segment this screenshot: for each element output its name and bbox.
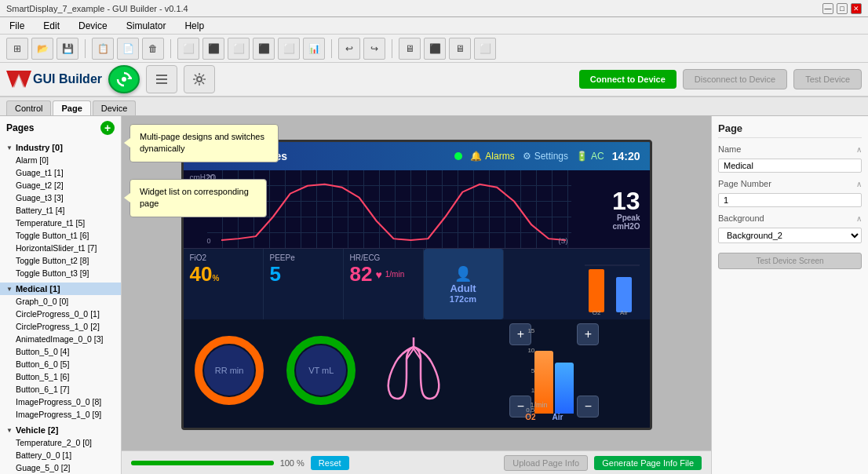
tree-child-battery1[interactable]: Battery_t1 [4]	[0, 204, 121, 217]
close-button[interactable]: ✕	[851, 3, 862, 14]
tree-child-hslider1[interactable]: HorizontalSlider_t1 [7]	[0, 242, 121, 254]
tree-child-circleprog2[interactable]: CircleProgress_1_0 [2]	[0, 320, 121, 333]
toolbar-align-right[interactable]: ⬜	[228, 38, 250, 60]
toolbar-chart[interactable]: 📊	[303, 38, 325, 60]
reset-button[interactable]: Reset	[311, 456, 349, 470]
tree-child-btn60[interactable]: Button_6_0 [5]	[0, 358, 121, 370]
person-icon: 👤	[454, 265, 472, 283]
tick-1: 1	[519, 387, 534, 394]
toolbar-align-center[interactable]: ⬛	[202, 38, 224, 60]
upload-page-info-button[interactable]: Upload Page Info	[504, 455, 588, 471]
tree-child-circleprog1[interactable]: CircleProgress_0_0 [1]	[0, 308, 121, 320]
battery-icon: 🔋	[576, 151, 588, 162]
air-minus-button[interactable]: −	[577, 396, 599, 417]
tree-parent-industry[interactable]: ▼ Industry [0]	[0, 141, 121, 154]
page-number-input[interactable]	[718, 193, 862, 207]
maximize-button[interactable]: □	[837, 3, 848, 14]
minimize-button[interactable]: —	[822, 3, 833, 14]
svg-rect-8	[589, 269, 604, 312]
test-device-button[interactable]: Test Device	[793, 69, 862, 89]
settings-button[interactable]: ⚙ Settings	[523, 151, 568, 162]
right-panel: Page Name ∧ Page Number ∧ Background ∧ B…	[711, 116, 868, 474]
menu-device[interactable]: Device	[75, 19, 111, 33]
tree-child-guage1[interactable]: Guage_t1 [1]	[0, 166, 121, 179]
toolbar-copy[interactable]: 📋	[92, 38, 114, 60]
tick-5: 5	[519, 367, 534, 374]
tree-child-temp1[interactable]: Temperature_t1 [5]	[0, 217, 121, 229]
name-field-input[interactable]	[718, 159, 862, 173]
toolbar-open[interactable]: 📂	[31, 38, 53, 60]
menu-simulator[interactable]: Simulator	[123, 19, 170, 33]
hr-unit: 1/min	[385, 270, 404, 279]
toolbar-distribute[interactable]: ⬜	[278, 38, 300, 60]
toolbar-paste[interactable]: 📄	[117, 38, 139, 60]
logo-text: GUI Builder	[33, 72, 102, 86]
tab-control[interactable]: Control	[6, 100, 51, 115]
menu-edit[interactable]: Edit	[40, 19, 63, 33]
connect-device-button[interactable]: Connect to Device	[579, 70, 677, 89]
tree-child-animimg[interactable]: AnimatedImage_0_0 [3]	[0, 333, 121, 345]
toolbar-screen4[interactable]: ⬜	[474, 38, 496, 60]
triangle-vehicle-icon: ▼	[6, 427, 13, 434]
toolbar-screen3[interactable]: 🖥	[449, 38, 471, 60]
tree-child-imgprog2[interactable]: ImageProgress_1_0 [9]	[0, 408, 121, 421]
fio2-number: 40	[190, 262, 213, 286]
tree-parent-vehicle[interactable]: ▼ Vehicle [2]	[0, 424, 121, 436]
test-device-screen-button[interactable]: Test Device Screen	[718, 253, 862, 269]
tree-parent-medical[interactable]: ▼ Medical [1]	[0, 283, 121, 295]
air-plus-button[interactable]: +	[577, 323, 599, 345]
tree-child-guage3[interactable]: Guage_t3 [3]	[0, 191, 121, 204]
tree-child-guage2[interactable]: Guage_t2 [2]	[0, 179, 121, 191]
tree-child-graph[interactable]: Graph_0_0 [0]	[0, 295, 121, 308]
toolbar-screen1[interactable]: 🖥	[399, 38, 421, 60]
menu-file[interactable]: File	[6, 19, 27, 33]
peak-value: 13	[612, 188, 640, 213]
tree-child-temp2[interactable]: Temperature_2_0 [0]	[0, 436, 121, 449]
add-page-button[interactable]: +	[100, 121, 115, 135]
vital-hr: HR/ECG 82 ♥ 1/min	[344, 249, 424, 319]
toolbar-screen2[interactable]: ⬛	[424, 38, 446, 60]
tree-child-btn50[interactable]: Button_5_0 [4]	[0, 345, 121, 358]
tab-device[interactable]: Device	[93, 100, 137, 115]
heart-icon: ♥	[375, 268, 381, 281]
tree-child-imgprog1[interactable]: ImageProgress_0_0 [8]	[0, 396, 121, 408]
pages-header: Pages +	[0, 116, 121, 140]
tree-child-battery2[interactable]: Battery_0_0 [1]	[0, 449, 121, 461]
tab-page[interactable]: Page	[53, 100, 90, 115]
svg-text:Air: Air	[620, 309, 628, 316]
tree-child-btn51[interactable]: Button_5_1 [6]	[0, 370, 121, 383]
mode-list-button[interactable]	[146, 65, 177, 93]
tree-child-toggle1[interactable]: Toggle Button_t1 [6]	[0, 229, 121, 242]
toolbar-save[interactable]: 💾	[57, 38, 78, 60]
ring-inner-rr: RR min	[204, 345, 254, 396]
mode-settings-button[interactable]	[184, 65, 215, 93]
background-expand-icon[interactable]: ∧	[856, 214, 862, 223]
mode-active-button[interactable]	[108, 65, 140, 93]
background-select[interactable]: Background_2	[718, 228, 862, 243]
toolbar-delete[interactable]: 🗑	[142, 38, 164, 60]
menu-help[interactable]: Help	[181, 19, 207, 33]
tree-child-btn61[interactable]: Button_6_1 [7]	[0, 383, 121, 396]
background-row: Background ∧	[718, 213, 862, 223]
tree-group-vehicle: ▼ Vehicle [2] Temperature_2_0 [0] Batter…	[0, 422, 121, 474]
time-display: 14:20	[612, 150, 640, 162]
alarm-button[interactable]: 🔔 Alarms	[470, 151, 514, 162]
name-expand-icon[interactable]: ∧	[856, 145, 862, 154]
disconnect-device-button[interactable]: Disconnect to Device	[683, 69, 787, 89]
generate-page-info-button[interactable]: Generate Page Info File	[594, 456, 702, 470]
tree-child-alarm[interactable]: Alarm [0]	[0, 154, 121, 166]
tree-child-toggle3[interactable]: Toggle Button_t3 [9]	[0, 267, 121, 279]
page-properties-section: Page Name ∧ Page Number ∧ Background ∧ B…	[718, 122, 862, 269]
toolbar-new[interactable]: ⊞	[6, 38, 28, 60]
fio2-label: FiO2	[190, 253, 257, 262]
page-number-expand-icon[interactable]: ∧	[856, 180, 862, 188]
toolbar-align-left[interactable]: ⬜	[177, 38, 199, 60]
ring-inner-vt: VT mL	[296, 345, 346, 396]
toolbar-undo[interactable]: ↩	[338, 38, 360, 60]
fio2-unit: %	[212, 274, 219, 283]
tree-child-toggle2[interactable]: Toggle Button_t2 [8]	[0, 254, 121, 267]
tree-child-guage5[interactable]: Guage_5_0 [2]	[0, 461, 121, 474]
toolbar-align-top[interactable]: ⬛	[253, 38, 275, 60]
svg-point-7	[197, 77, 202, 82]
toolbar-redo[interactable]: ↪	[363, 38, 385, 60]
